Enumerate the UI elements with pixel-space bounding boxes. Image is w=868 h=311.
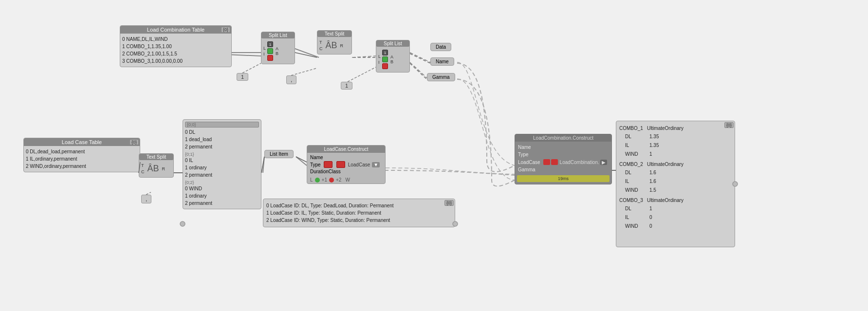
ld-row-0: 0 DL — [185, 128, 259, 136]
lco1-il-val: 1.6 — [649, 177, 656, 185]
lcast-row-0: 0 DL,dead_load,permanent — [26, 148, 138, 155]
num-node-1b: 1 — [341, 82, 352, 90]
svg-line-3 — [410, 54, 430, 63]
timing-bar: 19ms — [517, 175, 609, 182]
ld-s2-row-0: 0 WIND — [185, 185, 259, 192]
lcc-gamma-label: Gamma — [518, 167, 536, 172]
loadcombination-construct-title: LoadCombination.Construct — [515, 134, 611, 142]
lco1-combo: COMBO_2 — [619, 160, 643, 168]
text-split-2-ports: T C ÂB R — [141, 162, 171, 175]
list-item-node: List Item — [264, 150, 294, 158]
lcast-row-1: 1 IL,ordinary,permanent — [26, 155, 138, 163]
list-data-body-2: 0 WIND 1 ordinary 2 permanent — [185, 185, 259, 207]
lco-combo2: COMBO_3 UltimateOrdinary — [619, 196, 732, 204]
comma-node-1: , — [286, 75, 296, 84]
loadcase-construct-node: LoadCase.Construct Name Type LoadCase ▼ … — [307, 145, 386, 184]
list-data-panel: {0;0} 0 DL 1 dead_load 2 permanent {0;1}… — [183, 119, 261, 209]
comma-node-2: , — [141, 195, 151, 203]
lco1-wind-label: WIND — [625, 186, 640, 194]
lco2-dl-label: DL — [625, 204, 640, 213]
split-list-node-2: Split List L I 1 A B — [376, 40, 410, 73]
loadcase-name-label: Name — [310, 155, 323, 160]
lco0-dl-label: DL — [625, 132, 640, 141]
load-case-table-badge: {0} — [129, 139, 139, 145]
loadcase-output-panel: {0} 0 LoadCase ID: DL, Type: DeadLoad, D… — [263, 199, 455, 227]
lcc-name-label: Name — [518, 145, 531, 150]
lco2-wind-label: WIND — [625, 222, 640, 230]
text-split-1-title: Text Split — [317, 31, 351, 37]
svg-line-17 — [261, 157, 264, 173]
load-case-table-title: Load Case Table — [24, 138, 140, 146]
svg-line-8 — [296, 157, 307, 165]
loadcombination-construct-node: LoadCombination.Construct Name Type Load… — [515, 134, 612, 184]
loadcombination-output-body: COMBO_1 UltimateOrdinary DL 1.35 IL 1.35… — [619, 124, 732, 230]
loadcase-type-row: Type LoadCase ▼ — [310, 161, 382, 168]
svg-line-0 — [227, 55, 261, 56]
load-combination-table-badge: {0} — [221, 27, 230, 33]
gamma-node: Gamma — [427, 73, 455, 81]
load-combination-table-title: Load Combination Table — [120, 26, 231, 34]
lco0-dl-val: 1.35 — [649, 132, 659, 141]
lco0-wind-label: WIND — [625, 150, 640, 158]
load-combination-table-body: 0 NAME,DL,IL,WIND 1 COMBO_1,1.35,1.00 2 … — [122, 36, 229, 65]
ld-s2-row-1: 1 ordinary — [185, 192, 259, 200]
lct-row-2: 2 COMBO_2,1.00,1.5,1.5 — [122, 50, 229, 57]
lco1-il-label: IL — [625, 177, 640, 185]
lcc-type-label: Type — [518, 152, 529, 157]
svg-line-14 — [410, 62, 427, 78]
lcast-row-2: 2 WIND,ordinary,permanent — [26, 163, 138, 170]
list-data-body-0: 0 DL 1 dead_load 2 permanent — [185, 128, 259, 150]
svg-line-1 — [295, 49, 319, 57]
ld-s2-row-2: 2 permanent — [185, 200, 259, 207]
loadcase-type-label: Type — [310, 162, 321, 167]
lco2-type: UltimateOrdinary — [647, 196, 683, 204]
loadcombination-output-panel: {0} COMBO_1 UltimateOrdinary DL 1.35 IL … — [616, 121, 735, 247]
svg-line-11 — [295, 53, 317, 57]
svg-line-18 — [296, 157, 307, 162]
lcc-type-row: Type — [518, 151, 609, 158]
list-data-badge-2: {0;2} — [185, 180, 259, 185]
load-combination-table-node: Load Combination Table {0} 0 NAME,DL,IL,… — [120, 25, 232, 67]
loadcase-duration-row: DurationClass — [310, 168, 382, 175]
lco1-wind-val: 1.5 — [649, 186, 656, 194]
lco2-il-val: 0 — [649, 213, 652, 221]
lco-combo2-detail: DL 1 IL 0 WIND 0 — [619, 204, 732, 230]
lco1-type: UltimateOrdinary — [647, 160, 683, 168]
lco-combo1: COMBO_2 UltimateOrdinary — [619, 160, 732, 168]
loadcombination-construct-body: Name Type LoadCase LoadCombination. ▶ Ga… — [515, 142, 611, 175]
split-list-node-1: Split List L I 1 A B — [261, 32, 295, 64]
lco-row-0: 0 LoadCase ID: DL, Type: DeadLoad, Durat… — [266, 202, 452, 209]
lco2-wind-val: 0 — [649, 222, 652, 230]
canvas: Load Combination Table {0} 0 NAME,DL,IL,… — [0, 0, 868, 311]
loadcase-construct-title: LoadCase.Construct — [307, 146, 385, 153]
lcc-name-row: Name — [518, 144, 609, 151]
ld-row-2: 2 permanent — [185, 143, 259, 150]
name-node: Name — [430, 57, 454, 66]
list-data-badge-1: {0;1} — [185, 152, 259, 157]
ld-s1-row-2: 2 permanent — [185, 171, 259, 179]
lco2-il-label: IL — [625, 213, 640, 221]
svg-line-12 — [352, 56, 376, 57]
text-split-node-1: Text Split T C ÂB R — [317, 30, 352, 55]
ld-row-1: 1 dead_load — [185, 136, 259, 143]
loadcase-output-badge: {0} — [444, 200, 454, 206]
split-list-1-ports: L I 1 A B — [263, 40, 293, 62]
lco0-il-val: 1.35 — [649, 141, 659, 149]
svg-line-21 — [291, 68, 317, 75]
load-case-table-body: 0 DL,dead_load,permanent 1 IL,ordinary,p… — [26, 148, 138, 170]
load-case-table-node: Load Case Table {0} 0 DL,dead_load,perma… — [23, 138, 140, 172]
lco0-il-label: IL — [625, 141, 640, 149]
lco-combo0: COMBO_1 UltimateOrdinary — [619, 124, 732, 132]
lco-row-2: 2 LoadCase ID: WIND, Type: Static, Durat… — [266, 217, 452, 224]
list-data-body-1: 0 IL 1 ordinary 2 permanent — [185, 157, 259, 179]
svg-point-26 — [180, 221, 185, 226]
lct-row-0: 0 NAME,DL,IL,WIND — [122, 36, 229, 43]
lco2-dl-val: 1 — [649, 204, 652, 213]
lco1-dl-val: 1.6 — [649, 168, 656, 177]
lco0-wind-val: 1 — [649, 150, 652, 158]
svg-line-13 — [410, 53, 430, 62]
loadcase-output-body: 0 LoadCase ID: DL, Type: DeadLoad, Durat… — [266, 202, 452, 224]
text-split-1-ports: T C ÂB R — [319, 39, 350, 52]
svg-line-20 — [242, 63, 261, 73]
loadcase-construct-body: Name Type LoadCase ▼ DurationClass — [307, 153, 385, 176]
